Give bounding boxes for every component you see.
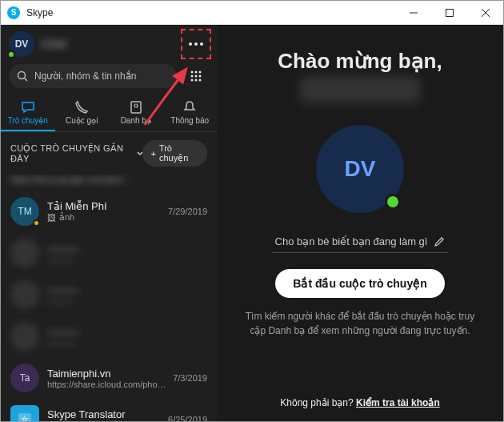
- phone-icon: [74, 100, 89, 115]
- chat-icon: [21, 100, 35, 115]
- chat-title: ———: [47, 243, 207, 255]
- chat-list[interactable]: https://docs.google.com/spre… TM Tải Miễ…: [1, 175, 217, 421]
- svg-point-13: [195, 75, 198, 78]
- dialpad-button[interactable]: [183, 63, 209, 89]
- welcome-footer: Không phải bạn? Kiểm tra tài khoản: [280, 384, 439, 408]
- footer-question: Không phải bạn?: [280, 397, 353, 408]
- status-input[interactable]: Cho bạn bè biết bạn đang làm gì: [272, 235, 448, 252]
- titlebar: S Skype: [1, 1, 503, 25]
- svg-point-5: [194, 42, 198, 46]
- status-underline: [272, 252, 448, 253]
- translator-icon: 文: [17, 412, 33, 421]
- tab-notifications[interactable]: Thông báo: [163, 98, 218, 131]
- chat-sub: https://docs.google.com/spre…: [10, 175, 207, 184]
- status-placeholder: Cho bạn bè biết bạn đang làm gì: [275, 235, 428, 247]
- chat-sub: 🖼ảnh: [47, 212, 160, 223]
- svg-point-10: [195, 71, 198, 74]
- svg-point-4: [189, 42, 192, 46]
- profile-avatar[interactable]: DV: [9, 31, 34, 57]
- svg-point-16: [195, 79, 198, 82]
- close-icon: [482, 9, 490, 17]
- recent-chats-header: CUỘC TRÒ CHUYỆN GẦN ĐÂY + Trò chuyện: [1, 132, 217, 175]
- chat-avatar: [10, 239, 39, 267]
- new-chat-label: Trò chuyện: [159, 143, 199, 163]
- tab-contacts-label: Danh bạ: [121, 116, 151, 125]
- tab-chat-label: Trò chuyện: [8, 116, 48, 125]
- contacts-icon: [129, 100, 143, 115]
- maximize-icon: [446, 9, 454, 17]
- search-row: Người, nhóm & tin nhắn: [1, 63, 217, 95]
- app-window: S Skype DV User: [0, 0, 504, 422]
- minimize-button[interactable]: [395, 1, 431, 25]
- profile-row: DV User: [1, 25, 217, 63]
- chat-timestamp: 6/25/2019: [168, 415, 207, 421]
- chat-item[interactable]: Ta Taimienphi.vn https://share.icloud.co…: [1, 357, 217, 399]
- check-account-link[interactable]: Kiểm tra tài khoản: [356, 397, 440, 408]
- profile-avatar-large[interactable]: DV: [316, 125, 404, 213]
- maximize-button[interactable]: [431, 1, 467, 25]
- start-chat-button[interactable]: Bắt đầu cuộc trò chuyện: [275, 269, 444, 298]
- svg-point-9: [191, 71, 194, 74]
- new-chat-button[interactable]: + Trò chuyện: [142, 140, 207, 167]
- svg-text:文: 文: [21, 416, 29, 421]
- search-icon: [17, 70, 28, 82]
- chat-avatar: Ta: [10, 364, 39, 392]
- svg-rect-1: [446, 9, 453, 16]
- photo-icon: 🖼: [47, 213, 56, 223]
- chat-title: Taimienphi.vn: [47, 368, 165, 380]
- svg-point-12: [191, 75, 194, 78]
- chat-title: ———: [47, 284, 207, 296]
- more-menu-button[interactable]: [183, 31, 209, 57]
- chat-item[interactable]: ——————: [1, 274, 217, 315]
- welcome-helper-text: Tìm kiếm người khác để bắt đầu trò chuyệ…: [240, 309, 480, 338]
- svg-line-8: [25, 78, 28, 82]
- tab-contacts[interactable]: Danh bạ: [109, 98, 163, 131]
- skype-logo-icon: S: [7, 6, 20, 19]
- chat-item[interactable]: ——————: [1, 315, 217, 357]
- search-placeholder: Người, nhóm & tin nhắn: [34, 70, 136, 82]
- app-body: DV User: [1, 25, 503, 421]
- sidebar: DV User: [1, 25, 217, 421]
- svg-point-14: [199, 75, 202, 78]
- chat-sub: https://share.icloud.com/pho…: [47, 380, 165, 389]
- welcome-panel: Chào mừng bạn, DV Cho bạn bè biết bạn đa…: [217, 25, 503, 421]
- chat-item[interactable]: 文 Skype Translator Hoặc, bạn có thể trò …: [1, 399, 217, 421]
- chat-sub: Hoặc, bạn có thể trò chuyện…: [47, 420, 160, 421]
- chat-sub: ———: [47, 296, 207, 306]
- chat-title: ———: [47, 326, 207, 338]
- profile-name-blurred: User: [41, 37, 177, 51]
- svg-point-7: [18, 72, 26, 79]
- tab-calls[interactable]: Cuộc gọi: [55, 98, 110, 131]
- presence-online-icon: [7, 50, 15, 58]
- tab-chat[interactable]: Trò chuyện: [1, 98, 55, 131]
- chat-timestamp: 7/29/2019: [168, 207, 207, 216]
- chat-timestamp: 7/3/2019: [173, 373, 207, 383]
- pencil-icon: [434, 236, 445, 247]
- bell-icon: [182, 100, 197, 115]
- chat-item[interactable]: TM Tải Miễn Phí 🖼ảnh 7/29/2019: [1, 191, 217, 232]
- welcome-name-blurred: [300, 77, 420, 102]
- svg-point-11: [199, 71, 202, 74]
- minimize-icon: [410, 9, 418, 17]
- chat-item[interactable]: ——————: [1, 232, 217, 274]
- chat-item[interactable]: https://docs.google.com/spre…: [1, 175, 217, 191]
- chat-avatar: 文: [10, 405, 39, 421]
- welcome-greeting: Chào mừng bạn,: [278, 49, 442, 74]
- tab-notifications-label: Thông báo: [170, 116, 209, 125]
- presence-away-icon: [33, 219, 40, 227]
- dialpad-icon: [190, 70, 202, 82]
- search-input[interactable]: Người, nhóm & tin nhắn: [9, 64, 177, 88]
- close-button[interactable]: [467, 1, 503, 25]
- chat-avatar: TM: [10, 197, 39, 226]
- nav-tabs: Trò chuyện Cuộc gọi Danh bạ Thông báo: [1, 95, 217, 132]
- svg-point-6: [200, 42, 203, 46]
- chat-title: Tải Miễn Phí: [47, 200, 160, 212]
- svg-point-17: [199, 79, 202, 82]
- recent-chats-title[interactable]: CUỘC TRÒ CHUYỆN GẦN ĐÂY: [10, 143, 142, 163]
- svg-point-15: [191, 79, 194, 82]
- chat-avatar: [10, 280, 39, 309]
- svg-point-19: [134, 104, 138, 107]
- profile-initials: DV: [15, 38, 29, 50]
- chevron-down-icon: [137, 151, 142, 157]
- chat-sub: ———: [47, 338, 207, 348]
